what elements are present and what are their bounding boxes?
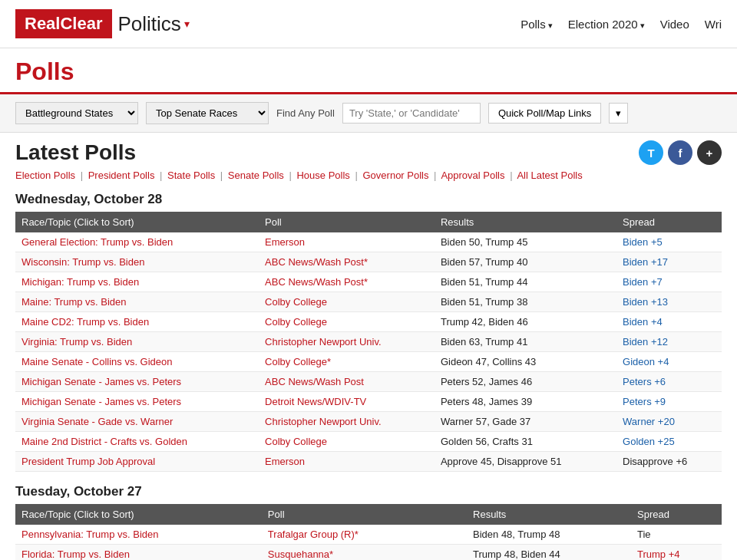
poll-name[interactable]: Colby College — [259, 312, 435, 332]
sep3: | — [220, 170, 223, 181]
poll-name[interactable]: Christopher Newport Univ. — [259, 332, 435, 352]
social-icons: T f + — [639, 140, 722, 165]
poll-spread: Biden +4 — [616, 312, 722, 332]
nav-senate-polls[interactable]: Senate Polls — [228, 170, 284, 181]
nav-approval-polls[interactable]: Approval Polls — [441, 170, 504, 181]
race-topic[interactable]: Wisconsin: Trump vs. Biden — [15, 252, 259, 272]
col-header-1-0[interactable]: Race/Topic (Click to Sort) — [15, 504, 262, 525]
polls-table-0: Race/Topic (Click to Sort)PollResultsSpr… — [15, 212, 722, 472]
share-plus-icon[interactable]: + — [697, 140, 722, 165]
poll-name[interactable]: Emerson — [259, 232, 435, 252]
poll-results: Biden 50, Trump 45 — [435, 232, 616, 252]
poll-results: Biden 51, Trump 44 — [435, 272, 616, 292]
poll-results: Peters 48, James 39 — [435, 392, 616, 412]
col-header-0-2[interactable]: Results — [435, 212, 616, 232]
logo-area: RealClear Politics ▾ — [15, 9, 190, 38]
table-row: Michigan: Trump vs. BidenABC News/Wash P… — [15, 272, 722, 292]
sep4: | — [289, 170, 291, 181]
poll-name[interactable]: Colby College* — [259, 352, 435, 372]
poll-spread: Biden +5 — [616, 232, 722, 252]
race-topic[interactable]: General Election: Trump vs. Biden — [15, 232, 259, 252]
table-row: General Election: Trump vs. BidenEmerson… — [15, 232, 722, 252]
nav-governor-polls[interactable]: Governor Polls — [363, 170, 429, 181]
poll-name[interactable]: ABC News/Wash Post* — [259, 252, 435, 272]
latest-polls-title: Latest Polls — [15, 140, 136, 165]
race-topic[interactable]: Maine 2nd District - Crafts vs. Golden — [15, 432, 259, 452]
poll-name[interactable]: Emerson — [259, 452, 435, 472]
find-poll-label: Find Any Poll — [276, 107, 335, 119]
poll-name[interactable]: Susquehanna* — [262, 545, 467, 561]
poll-nav-links: Election Polls | President Polls | State… — [15, 170, 722, 181]
site-header: RealClear Politics ▾ Polls Election 2020… — [0, 0, 737, 48]
day-label-1: Tuesday, October 27 — [15, 484, 722, 499]
race-topic[interactable]: President Trump Job Approval — [15, 452, 259, 472]
nav-wri[interactable]: Wri — [705, 18, 722, 31]
twitter-icon[interactable]: T — [639, 140, 663, 165]
poll-name[interactable]: Trafalgar Group (R)* — [262, 525, 467, 545]
sep1: | — [81, 170, 83, 181]
poll-results: Trump 42, Biden 46 — [435, 312, 616, 332]
poll-spread: Warner +20 — [616, 412, 722, 432]
col-header-0-0[interactable]: Race/Topic (Click to Sort) — [15, 212, 259, 232]
nav-president-polls[interactable]: President Polls — [88, 170, 155, 181]
poll-name[interactable]: Christopher Newport Univ. — [259, 412, 435, 432]
race-topic[interactable]: Michigan: Trump vs. Biden — [15, 272, 259, 292]
facebook-icon[interactable]: f — [668, 140, 692, 165]
quick-poll-button[interactable]: Quick Poll/Map Links — [488, 103, 601, 124]
poll-results: Peters 52, James 46 — [435, 372, 616, 392]
race-topic[interactable]: Maine: Trump vs. Biden — [15, 292, 259, 312]
find-poll-input[interactable] — [342, 103, 481, 124]
race-topic[interactable]: Maine Senate - Collins vs. Gideon — [15, 352, 259, 372]
nav-election2020[interactable]: Election 2020 — [568, 18, 645, 31]
col-header-1-2[interactable]: Results — [467, 504, 631, 525]
table-row: Virginia Senate - Gade vs. WarnerChristo… — [15, 412, 722, 432]
col-header-1-3[interactable]: Spread — [631, 504, 722, 525]
senate-races-dropdown[interactable]: Top Senate Races — [146, 102, 269, 124]
table-row: Florida: Trump vs. BidenSusquehanna*Trum… — [15, 545, 722, 561]
nav-house-polls[interactable]: House Polls — [296, 170, 349, 181]
nav-video[interactable]: Video — [660, 18, 689, 31]
race-topic[interactable]: Virginia: Trump vs. Biden — [15, 332, 259, 352]
race-topic[interactable]: Pennsylvania: Trump vs. Biden — [15, 525, 262, 545]
poll-spread: Biden +17 — [616, 252, 722, 272]
col-header-1-1[interactable]: Poll — [262, 504, 467, 525]
poll-spread: Trump +4 — [631, 545, 722, 561]
poll-spread: Gideon +4 — [616, 352, 722, 372]
race-topic[interactable]: Florida: Trump vs. Biden — [15, 545, 262, 561]
col-header-0-3[interactable]: Spread — [616, 212, 722, 232]
poll-spread: Tie — [631, 525, 722, 545]
logo-realclear[interactable]: RealClear — [15, 9, 112, 38]
filter-bar: Battleground States Top Senate Races Fin… — [0, 94, 737, 133]
polls-section: Latest Polls T f + Election Polls | Pres… — [0, 133, 737, 560]
nav-state-polls[interactable]: State Polls — [167, 170, 215, 181]
logo-politics: Politics — [112, 12, 181, 36]
nav-links: Polls Election 2020 Video Wri — [521, 18, 722, 31]
table-row: Maine CD2: Trump vs. BidenColby CollegeT… — [15, 312, 722, 332]
poll-name[interactable]: Colby College — [259, 292, 435, 312]
poll-results: Biden 63, Trump 41 — [435, 332, 616, 352]
table-row: Maine: Trump vs. BidenColby CollegeBiden… — [15, 292, 722, 312]
race-topic[interactable]: Virginia Senate - Gade vs. Warner — [15, 412, 259, 432]
poll-results: Gideon 47, Collins 43 — [435, 352, 616, 372]
nav-all-latest-polls[interactable]: All Latest Polls — [517, 170, 582, 181]
race-topic[interactable]: Michigan Senate - James vs. Peters — [15, 392, 259, 412]
poll-name[interactable]: Colby College — [259, 432, 435, 452]
poll-name[interactable]: Detroit News/WDIV-TV — [259, 392, 435, 412]
nav-polls[interactable]: Polls — [521, 18, 553, 31]
poll-results: Approve 45, Disapprove 51 — [435, 452, 616, 472]
poll-results: Biden 48, Trump 48 — [467, 525, 631, 545]
race-topic[interactable]: Maine CD2: Trump vs. Biden — [15, 312, 259, 332]
logo-arrow[interactable]: ▾ — [184, 18, 190, 30]
race-topic[interactable]: Michigan Senate - James vs. Peters — [15, 372, 259, 392]
battleground-states-dropdown[interactable]: Battleground States — [15, 102, 138, 124]
poll-results: Trump 48, Biden 44 — [467, 545, 631, 561]
poll-spread: Peters +9 — [616, 392, 722, 412]
sep6: | — [434, 170, 436, 181]
col-header-0-1[interactable]: Poll — [259, 212, 435, 232]
nav-election-polls[interactable]: Election Polls — [15, 170, 75, 181]
sep7: | — [510, 170, 512, 181]
poll-name[interactable]: ABC News/Wash Post — [259, 372, 435, 392]
quick-poll-arrow-button[interactable]: ▾ — [609, 103, 628, 124]
poll-results: Golden 56, Crafts 31 — [435, 432, 616, 452]
poll-name[interactable]: ABC News/Wash Post* — [259, 272, 435, 292]
